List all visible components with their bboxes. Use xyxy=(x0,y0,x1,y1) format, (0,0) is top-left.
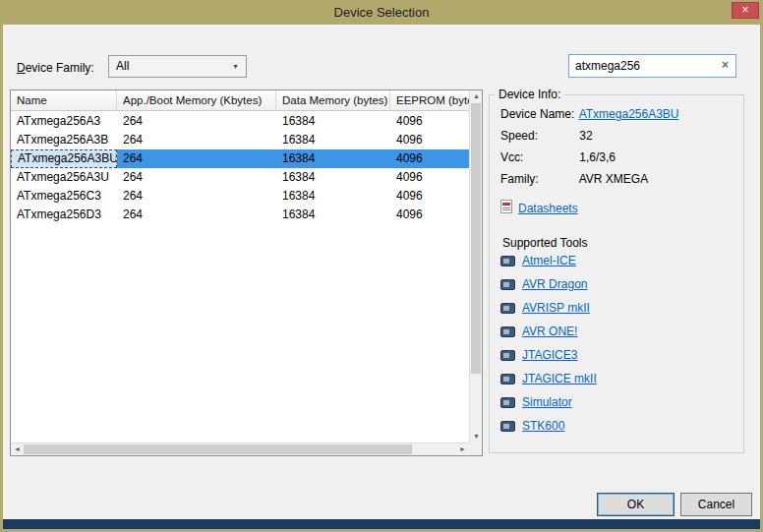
scroll-right-icon[interactable]: ► xyxy=(456,443,469,455)
simulator-icon xyxy=(500,397,515,408)
column-header-name[interactable]: Name xyxy=(11,90,117,110)
datasheets-row: Datasheets xyxy=(500,200,578,217)
cell-app-boot[interactable]: 264 xyxy=(117,168,276,187)
device-family-dropdown[interactable]: All ▼ xyxy=(108,55,247,78)
ok-button[interactable]: OK xyxy=(597,493,675,516)
cell-data-memory[interactable]: 16384 xyxy=(276,187,390,206)
device-name-label: Device Name: xyxy=(500,107,576,121)
jtagice-mkii-link[interactable]: JTAGICE mkII xyxy=(522,372,597,385)
cell-app-boot[interactable]: 264 xyxy=(117,112,276,131)
pdf-icon xyxy=(500,200,512,217)
column-header-app-boot-memory[interactable]: App./Boot Memory (Kbytes) xyxy=(117,90,276,110)
cell-name[interactable]: ATxmega256A3BU xyxy=(11,149,117,168)
vcc-field: Vcc: 1,6/3,6 xyxy=(500,150,616,164)
cell-eeprom[interactable]: 4096 xyxy=(390,112,469,131)
stk600-icon xyxy=(500,421,515,432)
table-row-selected[interactable]: ATxmega256A3BU 264 16384 4096 xyxy=(11,149,469,168)
close-icon[interactable]: × xyxy=(732,2,759,19)
cell-eeprom[interactable]: 4096 xyxy=(390,206,469,224)
family-field: Family: AVR XMEGA xyxy=(500,172,648,186)
cell-app-boot[interactable]: 264 xyxy=(117,131,276,149)
scroll-up-icon[interactable]: ▲ xyxy=(470,90,483,102)
dialog-body: Device Family: All ▼ × Name App./Boot Me… xyxy=(3,25,760,519)
vcc-label: Vcc: xyxy=(500,150,576,164)
device-family-value: All xyxy=(116,59,129,73)
titlebar: Device Selection × xyxy=(0,0,763,25)
column-header-data-memory[interactable]: Data Memory (bytes) xyxy=(276,90,390,110)
horizontal-scrollbar[interactable]: ◄ ► xyxy=(11,443,469,455)
cell-eeprom[interactable]: 4096 xyxy=(390,149,469,168)
family-value: AVR XMEGA xyxy=(579,172,648,186)
cell-app-boot[interactable]: 264 xyxy=(117,206,276,224)
table-body: ATxmega256A3 264 16384 4096 ATxmega256A3… xyxy=(11,112,469,443)
search-input[interactable] xyxy=(575,58,713,74)
speed-field: Speed: 32 xyxy=(500,129,593,143)
cell-name[interactable]: ATxmega256C3 xyxy=(11,187,117,206)
scroll-down-icon[interactable]: ▼ xyxy=(470,431,483,443)
cell-data-memory[interactable]: 16384 xyxy=(276,168,390,187)
vertical-scroll-thumb[interactable] xyxy=(471,103,481,374)
tool-item: Simulator xyxy=(500,394,597,410)
datasheets-link[interactable]: Datasheets xyxy=(518,202,578,215)
stk600-link[interactable]: STK600 xyxy=(522,419,564,433)
jtagice3-link[interactable]: JTAGICE3 xyxy=(522,348,577,362)
tool-item: Atmel-ICE xyxy=(500,253,597,268)
tool-item: STK600 xyxy=(500,418,597,434)
cell-name[interactable]: ATxmega256A3U xyxy=(11,168,117,187)
table-row[interactable]: ATxmega256A3U 264 16384 4096 xyxy=(11,168,469,187)
tool-item: JTAGICE mkII xyxy=(500,371,597,386)
cell-name[interactable]: ATxmega256A3B xyxy=(11,131,117,149)
clear-search-icon[interactable]: × xyxy=(722,58,729,72)
device-table: Name App./Boot Memory (Kbytes) Data Memo… xyxy=(10,89,483,456)
cell-eeprom[interactable]: 4096 xyxy=(390,131,469,149)
jtagice3-icon xyxy=(500,350,515,361)
table-row[interactable]: ATxmega256A3 264 16384 4096 xyxy=(11,112,469,131)
dialog-title: Device Selection xyxy=(0,5,763,20)
device-name-field: Device Name: ATxmega256A3BU xyxy=(500,107,679,121)
speed-label: Speed: xyxy=(500,129,576,143)
device-family-label: Device Family: xyxy=(17,61,94,75)
device-name-link[interactable]: ATxmega256A3BU xyxy=(579,107,679,121)
tool-item: AVR Dragon xyxy=(500,276,597,292)
footer-strip xyxy=(3,519,760,529)
column-header-eeprom[interactable]: EEPROM (bytes) xyxy=(390,90,469,110)
avr-one-link[interactable]: AVR ONE! xyxy=(522,325,577,338)
tool-item: AVRISP mkII xyxy=(500,300,597,316)
cell-eeprom[interactable]: 4096 xyxy=(390,187,469,206)
device-search-box: × xyxy=(568,54,736,78)
cell-app-boot[interactable]: 264 xyxy=(117,187,276,206)
avr-dragon-icon xyxy=(500,279,515,290)
cell-data-memory[interactable]: 16384 xyxy=(276,206,390,224)
cell-data-memory[interactable]: 16384 xyxy=(276,149,390,168)
cell-data-memory[interactable]: 16384 xyxy=(276,131,390,149)
cell-data-memory[interactable]: 16384 xyxy=(276,112,390,131)
avr-dragon-link[interactable]: AVR Dragon xyxy=(522,277,587,291)
atmel-ice-icon xyxy=(500,256,515,266)
cell-name[interactable]: ATxmega256D3 xyxy=(11,206,117,224)
table-row[interactable]: ATxmega256D3 264 16384 4096 xyxy=(11,206,469,224)
scrollbar-corner xyxy=(469,443,482,455)
cell-name[interactable]: ATxmega256A3 xyxy=(11,112,117,131)
cancel-button[interactable]: Cancel xyxy=(680,493,752,516)
atmel-ice-link[interactable]: Atmel-ICE xyxy=(522,254,576,267)
horizontal-scroll-thumb[interactable] xyxy=(24,444,412,454)
simulator-link[interactable]: Simulator xyxy=(522,395,572,409)
supported-tools-title: Supported Tools xyxy=(502,236,588,250)
tool-item: JTAGICE3 xyxy=(500,347,597,363)
cell-eeprom[interactable]: 4096 xyxy=(390,168,469,187)
supported-tools-list: Atmel-ICE AVR Dragon AVRISP mkII AVR ONE… xyxy=(500,253,597,434)
table-row[interactable]: ATxmega256C3 264 16384 4096 xyxy=(11,187,469,206)
avrisp-mkii-icon xyxy=(500,303,515,314)
tool-item: AVR ONE! xyxy=(500,324,597,339)
speed-value: 32 xyxy=(579,129,592,143)
table-header: Name App./Boot Memory (Kbytes) Data Memo… xyxy=(11,90,469,111)
table-row[interactable]: ATxmega256A3B 264 16384 4096 xyxy=(11,131,469,149)
avrisp-mkii-link[interactable]: AVRISP mkII xyxy=(522,301,590,315)
chevron-down-icon: ▼ xyxy=(232,56,239,77)
device-info-panel: Device Name: ATxmega256A3BU Speed: 32 Vc… xyxy=(489,94,744,453)
scroll-left-icon[interactable]: ◄ xyxy=(11,443,24,455)
device-info-title: Device Info: xyxy=(495,88,564,101)
avr-one-icon xyxy=(500,326,515,337)
vertical-scrollbar[interactable]: ▲ ▼ xyxy=(469,90,482,443)
cell-app-boot[interactable]: 264 xyxy=(117,149,276,168)
